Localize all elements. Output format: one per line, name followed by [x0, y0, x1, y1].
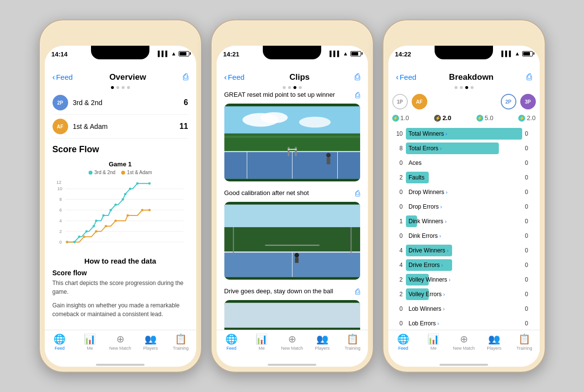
player-af-label: AF	[416, 99, 422, 105]
share-button-overview[interactable]: ⎙	[183, 72, 188, 82]
dot-1	[111, 86, 114, 89]
br-right-lob-errors: 0	[525, 320, 536, 327]
player-2p-label: 2P	[505, 99, 511, 105]
player-1p[interactable]: 1P	[392, 94, 408, 109]
score-flow-body1: This chart depicts the score progression…	[53, 279, 188, 296]
br-left-volley-winners: 2	[392, 276, 403, 283]
br-left-total-winners: 10	[392, 130, 403, 137]
br-row-dink-errors[interactable]: 0 Dink Errors › 0	[392, 229, 536, 243]
tab-feed-breakdown[interactable]: 🌐 Feed	[388, 333, 419, 351]
new-match-label-clips: New Match	[281, 346, 303, 351]
clip-thumbnail-2[interactable]	[224, 202, 360, 280]
br-row-drop-winners[interactable]: 0 Drop Winners › 0	[392, 185, 536, 199]
br-row-drive-errors[interactable]: 4 Drive Errors › 0	[392, 258, 536, 272]
tab-training-breakdown[interactable]: 📋 Training	[509, 333, 539, 351]
tab-feed-clips[interactable]: 🌐 Feed	[217, 333, 247, 351]
tab-me-overview[interactable]: 📊 Me	[75, 333, 105, 351]
page-dots-clips	[217, 86, 368, 89]
br-right-dink-winners: 0	[525, 218, 536, 225]
score-bullet-1: ⚡	[392, 115, 399, 122]
back-button-overview[interactable]: ‹ Feed	[53, 72, 73, 82]
back-button-breakdown[interactable]: ‹ Feed	[396, 72, 417, 82]
br-row-lob-winners[interactable]: 0 Lob Winners › 0	[392, 302, 536, 316]
score-value-3: 5.0	[485, 114, 493, 122]
tab-players-breakdown[interactable]: 👥 Players	[479, 333, 509, 351]
br-row-drop-errors[interactable]: 0 Drop Errors › 0	[392, 199, 536, 214]
br-label-total-errors: Total Errors ›	[406, 145, 442, 152]
tab-players-clips[interactable]: 👥 Players	[307, 333, 337, 351]
page-title-clips: Clips	[244, 72, 354, 82]
dot-c4	[299, 86, 302, 89]
scores-display: ⚡ 1.0 ⚡ 2.0 ⚡ 5.0 ⚡ 2.0	[388, 112, 540, 124]
feed-label-breakdown: Feed	[398, 346, 408, 351]
br-left-faults: 2	[392, 174, 403, 181]
br-row-total-winners[interactable]: 10 Total Winners › 0	[392, 126, 536, 141]
tab-new-match-overview[interactable]: ⊕ New Match	[105, 333, 135, 351]
battery-icon-clips	[350, 51, 361, 56]
br-row-faults[interactable]: 2 Faults 0	[392, 170, 536, 185]
br-bar-container-volley-errors: Volley Errors ›	[406, 288, 522, 300]
svg-rect-61	[224, 303, 360, 330]
dot-b4	[471, 86, 474, 89]
br-row-volley-winners[interactable]: 2 Volley Winners › 0	[392, 272, 536, 287]
dot-c2	[288, 86, 291, 89]
br-label-drop-winners: Drop Winners ›	[406, 189, 448, 196]
training-icon-breakdown: 📋	[518, 333, 530, 345]
team-name-1: 3rd & 2nd	[73, 99, 184, 107]
clip-share-2[interactable]: ⎙	[355, 189, 360, 198]
nav-bar-clips: ‹ Feed Clips ⎙	[217, 70, 368, 84]
clip-share-3[interactable]: ⎙	[355, 287, 360, 296]
clip-thumbnail-1[interactable]	[224, 104, 360, 181]
svg-point-31	[114, 219, 117, 222]
chart-title: Game 1	[53, 160, 188, 168]
br-bar-container-dink-winners: Dink Winners ›	[406, 215, 522, 227]
br-left-drive-winners: 4	[392, 247, 403, 254]
br-bar-container-lob-winners: Lob Winners ›	[406, 303, 522, 315]
player-2p[interactable]: 2P	[501, 94, 516, 109]
how-to-title: How to read the data	[53, 257, 188, 265]
br-row-aces[interactable]: 0 Aces 0	[392, 156, 536, 170]
back-button-clips[interactable]: ‹ Feed	[224, 72, 245, 82]
br-label-total-winners: Total Winners ›	[406, 130, 447, 137]
br-row-lob-errors[interactable]: 0 Lob Errors › 0	[392, 316, 536, 330]
tab-feed-overview[interactable]: 🌐 Feed	[45, 333, 75, 351]
br-right-volley-winners: 0	[525, 276, 536, 283]
home-indicator-breakdown	[388, 363, 540, 367]
page-title-breakdown: Breakdown	[416, 72, 526, 82]
share-button-clips[interactable]: ⎙	[355, 72, 360, 82]
br-bar-container-total-winners: Total Winners ›	[406, 128, 522, 140]
tab-training-clips[interactable]: 📋 Training	[337, 333, 367, 351]
br-row-drive-winners[interactable]: 4 Drive Winners › 0	[392, 243, 536, 258]
br-left-dink-winners: 1	[392, 218, 403, 225]
training-label-overview: Training	[173, 346, 188, 351]
dot-2	[116, 86, 119, 89]
share-button-breakdown[interactable]: ⎙	[527, 72, 532, 82]
tab-me-clips[interactable]: 📊 Me	[247, 333, 277, 351]
br-row-volley-errors[interactable]: 2 Volley Errors › 0	[392, 287, 536, 302]
wifi-icon-breakdown: ▲	[515, 51, 520, 56]
signal-icon-clips: ▌▌▌	[329, 51, 341, 56]
training-icon-overview: 📋	[175, 333, 187, 345]
wifi-icon: ▲	[171, 51, 177, 56]
players-label-overview: Players	[143, 346, 158, 351]
score-4: ⚡ 2.0	[518, 114, 535, 122]
tab-training-overview[interactable]: 📋 Training	[165, 333, 196, 351]
br-bar-container-faults: Faults	[406, 172, 522, 183]
br-row-total-errors[interactable]: 8 Total Errors › 0	[392, 141, 536, 156]
clip-item-3: Drive goes deep, stay down on the ball ⎙	[224, 287, 360, 330]
clip-item-2: Good calibration after net shot ⎙	[224, 189, 360, 280]
player-af[interactable]: AF	[412, 94, 427, 109]
tab-me-breakdown[interactable]: 📊 Me	[419, 333, 449, 351]
clip-thumbnail-3[interactable]	[224, 300, 360, 330]
feed-label-clips: Feed	[226, 346, 237, 351]
tab-new-match-clips[interactable]: ⊕ New Match	[277, 333, 307, 351]
player-3p[interactable]: 3P	[520, 94, 536, 109]
dot-c3	[293, 86, 296, 89]
team-score-2: 11	[180, 122, 188, 131]
tab-new-match-breakdown[interactable]: ⊕ New Match	[449, 333, 479, 351]
clip-share-1[interactable]: ⎙	[355, 91, 360, 100]
br-row-dink-winners[interactable]: 1 Dink Winners › 0	[392, 214, 536, 229]
score-flow-title: Score Flow	[53, 144, 188, 155]
br-label-lob-errors: Lob Errors ›	[406, 320, 439, 327]
tab-players-overview[interactable]: 👥 Players	[135, 333, 165, 351]
